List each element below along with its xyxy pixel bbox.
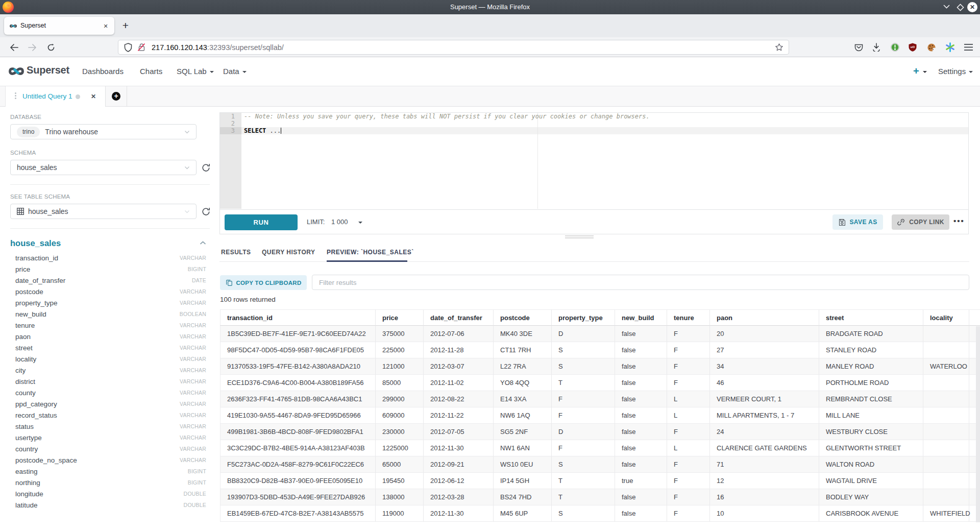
shield-icon[interactable] bbox=[124, 43, 132, 52]
column-header[interactable]: postcode bbox=[494, 309, 552, 326]
nav-data[interactable]: Data bbox=[223, 57, 247, 86]
schema-column-name: new_build bbox=[15, 310, 180, 318]
table-row: ECE1D376-C9A6-4C00-B004-A380B189FA568500… bbox=[220, 375, 980, 391]
table-cell: 71 bbox=[710, 456, 819, 473]
browser-tab[interactable]: Superset ✕ bbox=[4, 17, 114, 35]
column-header[interactable]: street bbox=[819, 309, 923, 326]
column-header[interactable]: locality bbox=[923, 309, 969, 326]
schema-column-row[interactable]: streetVARCHAR bbox=[10, 342, 206, 353]
database-select[interactable]: trino Trino warehouse bbox=[10, 124, 197, 139]
schema-column-row[interactable]: record_statusVARCHAR bbox=[10, 409, 206, 421]
schema-column-row[interactable]: countryVARCHAR bbox=[10, 443, 206, 454]
copy-to-clipboard-button[interactable]: COPY TO CLIPBOARD bbox=[220, 275, 307, 290]
browser-tab-close-icon[interactable]: ✕ bbox=[101, 21, 110, 31]
table-cell: 121000 bbox=[376, 358, 424, 375]
privacy-badger-icon[interactable] bbox=[888, 37, 902, 57]
schema-column-row[interactable]: priceBIGINT bbox=[10, 263, 206, 275]
schema-column-row[interactable]: localityVARCHAR bbox=[10, 353, 206, 365]
schema-column-row[interactable]: date_of_transferDATE bbox=[10, 275, 206, 286]
run-button[interactable]: RUN bbox=[225, 214, 298, 230]
limit-dropdown[interactable]: LIMIT: 1 000 bbox=[307, 210, 362, 234]
schema-column-row[interactable]: transaction_idVARCHAR bbox=[10, 252, 206, 263]
schema-value: house_sales bbox=[17, 163, 57, 172]
superset-logo-icon[interactable] bbox=[7, 64, 26, 78]
table-schema-title[interactable]: house_sales bbox=[10, 238, 61, 248]
download-icon[interactable] bbox=[869, 37, 884, 57]
bookmark-star-icon[interactable] bbox=[775, 43, 783, 52]
filter-results-input[interactable] bbox=[312, 275, 969, 290]
query-tab[interactable]: Untitled Query 1 ✕ bbox=[5, 86, 106, 107]
ublock-origin-icon[interactable]: uO bbox=[905, 37, 920, 57]
query-tab-title[interactable]: Untitled Query 1 bbox=[22, 86, 72, 107]
pocket-icon[interactable] bbox=[851, 37, 866, 57]
back-button[interactable] bbox=[7, 37, 20, 57]
nav-dashboards[interactable]: Dashboards bbox=[82, 57, 124, 86]
column-header[interactable]: transaction_id bbox=[220, 309, 376, 326]
schema-select[interactable]: house_sales bbox=[10, 160, 197, 175]
schema-column-row[interactable]: tenureVARCHAR bbox=[10, 320, 206, 331]
table-cell: 138000 bbox=[376, 489, 424, 505]
window-maximize-button[interactable] bbox=[957, 4, 964, 11]
schema-column-type: VARCHAR bbox=[180, 378, 206, 384]
browser-new-tab-button[interactable]: + bbox=[118, 19, 133, 33]
schema-column-row[interactable]: northingBIGINT bbox=[10, 477, 206, 488]
column-header[interactable] bbox=[969, 309, 980, 326]
more-options-button[interactable]: ••• bbox=[953, 210, 965, 234]
schema-column-row[interactable]: districtVARCHAR bbox=[10, 376, 206, 387]
column-header[interactable]: date_of_transfer bbox=[424, 309, 494, 326]
column-header[interactable]: property_type bbox=[552, 309, 615, 326]
nav-settings[interactable]: Settings bbox=[938, 57, 973, 86]
column-header[interactable]: price bbox=[376, 309, 424, 326]
nav-charts[interactable]: Charts bbox=[140, 57, 162, 86]
schema-column-row[interactable]: postcode_no_spaceVARCHAR bbox=[10, 454, 206, 466]
asterisk-extension-icon[interactable] bbox=[942, 37, 958, 57]
schema-column-row[interactable]: ppd_categoryVARCHAR bbox=[10, 398, 206, 409]
column-header[interactable]: paon bbox=[710, 309, 819, 326]
refresh-schema-icon[interactable] bbox=[201, 163, 211, 173]
tab-preview[interactable]: PREVIEW: `HOUSE_SALES` bbox=[327, 247, 414, 261]
reload-button[interactable] bbox=[44, 37, 58, 57]
lock-insecure-icon[interactable] bbox=[137, 43, 146, 52]
window-close-button[interactable]: ✕ bbox=[967, 2, 977, 12]
tab-results[interactable]: RESULTS bbox=[221, 247, 251, 261]
schema-column-row[interactable]: latitudeDOUBLE bbox=[10, 499, 206, 511]
vertical-scrollbar[interactable] bbox=[976, 326, 980, 522]
copy-link-button[interactable]: COPY LINK bbox=[892, 214, 949, 230]
url-path[interactable]: :32393/superset/sqllab/ bbox=[207, 43, 284, 52]
pane-resizer-handle[interactable] bbox=[565, 235, 594, 239]
query-tab-close-icon[interactable]: ✕ bbox=[87, 86, 100, 107]
refresh-table-icon[interactable] bbox=[201, 207, 211, 216]
window-minimize-button[interactable] bbox=[943, 5, 950, 9]
schema-column-row[interactable]: property_typeVARCHAR bbox=[10, 297, 206, 308]
url-host[interactable]: 217.160.120.143 bbox=[152, 43, 207, 52]
chevron-up-icon[interactable] bbox=[200, 240, 206, 246]
url-bar[interactable]: 217.160.120.143:32393/superset/sqllab/ bbox=[118, 40, 789, 55]
svg-text:uO: uO bbox=[911, 45, 915, 49]
forward-button[interactable] bbox=[26, 37, 39, 57]
schema-column-row[interactable]: statusVARCHAR bbox=[10, 421, 206, 432]
schema-column-row[interactable]: paonVARCHAR bbox=[10, 331, 206, 342]
schema-column-row[interactable]: countyVARCHAR bbox=[10, 387, 206, 398]
table-cell: false bbox=[615, 375, 667, 391]
add-tab-icon[interactable]: + bbox=[112, 92, 120, 101]
table-select[interactable]: house_sales bbox=[10, 204, 197, 219]
drag-handle-icon[interactable] bbox=[15, 92, 16, 99]
cookie-icon[interactable] bbox=[924, 37, 939, 57]
nav-sql-lab[interactable]: SQL Lab bbox=[177, 57, 214, 86]
schema-column-row[interactable]: new_buildBOOLEAN bbox=[10, 308, 206, 320]
schema-column-row[interactable]: eastingBIGINT bbox=[10, 466, 206, 477]
superset-brand[interactable]: Superset bbox=[27, 64, 69, 76]
hamburger-menu-icon[interactable] bbox=[961, 37, 976, 57]
tab-query-history[interactable]: QUERY HISTORY bbox=[262, 247, 315, 261]
new-query-tab[interactable]: + bbox=[106, 86, 127, 107]
schema-column-row[interactable]: cityVARCHAR bbox=[10, 365, 206, 376]
nav-add-button[interactable]: + bbox=[913, 57, 927, 86]
ace-editor[interactable]: 123 -- Note: Unless you save your query,… bbox=[220, 113, 968, 209]
schema-column-row[interactable]: longitudeDOUBLE bbox=[10, 488, 206, 499]
column-header[interactable]: tenure bbox=[667, 309, 710, 326]
table-cell: 119000 bbox=[376, 505, 424, 522]
save-as-button[interactable]: SAVE AS bbox=[832, 214, 883, 230]
schema-column-row[interactable]: postcodeVARCHAR bbox=[10, 286, 206, 297]
column-header[interactable]: new_build bbox=[615, 309, 667, 326]
schema-column-row[interactable]: usertypeVARCHAR bbox=[10, 432, 206, 443]
